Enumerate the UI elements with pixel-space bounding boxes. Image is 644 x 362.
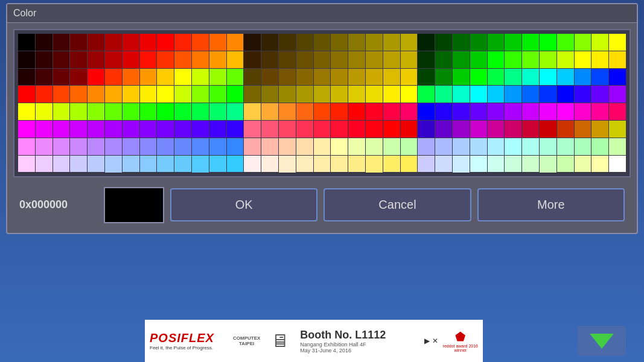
color-cell[interactable] <box>435 86 452 103</box>
color-cell[interactable] <box>505 34 521 51</box>
color-cell[interactable] <box>174 103 191 120</box>
color-cell[interactable] <box>209 138 226 155</box>
color-cell[interactable] <box>314 138 331 155</box>
color-cell[interactable] <box>296 103 313 120</box>
color-cell[interactable] <box>540 51 556 68</box>
color-cell[interactable] <box>123 86 139 103</box>
color-cell[interactable] <box>227 69 244 86</box>
color-cell[interactable] <box>261 69 278 86</box>
color-cell[interactable] <box>296 51 313 68</box>
color-cell[interactable] <box>540 86 556 103</box>
color-cell[interactable] <box>227 86 244 103</box>
color-cell[interactable] <box>157 156 174 173</box>
color-cell[interactable] <box>575 69 591 86</box>
color-cell[interactable] <box>401 34 418 51</box>
color-cell[interactable] <box>401 121 418 138</box>
color-cell[interactable] <box>314 103 331 120</box>
color-cell[interactable] <box>331 69 348 86</box>
color-cell[interactable] <box>18 34 35 51</box>
color-cell[interactable] <box>488 156 505 173</box>
color-cell[interactable] <box>227 138 244 155</box>
color-cell[interactable] <box>609 51 626 68</box>
color-cell[interactable] <box>453 103 470 120</box>
color-cell[interactable] <box>174 156 191 173</box>
color-cell[interactable] <box>453 69 470 86</box>
color-cell[interactable] <box>88 156 104 173</box>
color-cell[interactable] <box>105 86 122 103</box>
color-cell[interactable] <box>88 138 104 155</box>
color-cell[interactable] <box>192 51 209 68</box>
color-cell[interactable] <box>418 103 435 120</box>
color-cell[interactable] <box>418 86 435 103</box>
cancel-button[interactable]: Cancel <box>324 188 471 221</box>
color-cell[interactable] <box>123 103 139 120</box>
color-cell[interactable] <box>488 121 505 138</box>
color-cell[interactable] <box>157 69 174 86</box>
color-cell[interactable] <box>591 121 608 138</box>
color-cell[interactable] <box>591 69 608 86</box>
color-cell[interactable] <box>540 138 556 155</box>
color-cell[interactable] <box>18 69 35 86</box>
color-cell[interactable] <box>227 156 244 173</box>
color-cell[interactable] <box>401 86 418 103</box>
color-cell[interactable] <box>157 103 174 120</box>
color-cell[interactable] <box>157 51 174 68</box>
color-cell[interactable] <box>227 121 244 138</box>
color-cell[interactable] <box>192 103 209 120</box>
color-cell[interactable] <box>192 69 209 86</box>
color-cell[interactable] <box>174 51 191 68</box>
color-cell[interactable] <box>279 69 296 86</box>
color-cell[interactable] <box>296 69 313 86</box>
color-cell[interactable] <box>279 138 296 155</box>
color-cell[interactable] <box>401 103 418 120</box>
color-cell[interactable] <box>418 34 435 51</box>
color-cell[interactable] <box>522 34 539 51</box>
color-cell[interactable] <box>314 69 331 86</box>
color-cell[interactable] <box>209 34 226 51</box>
color-cell[interactable] <box>505 121 521 138</box>
color-cell[interactable] <box>209 103 226 120</box>
color-cell[interactable] <box>488 51 505 68</box>
color-cell[interactable] <box>227 51 244 68</box>
color-cell[interactable] <box>279 86 296 103</box>
color-cell[interactable] <box>557 69 574 86</box>
color-cell[interactable] <box>123 121 139 138</box>
color-cell[interactable] <box>209 51 226 68</box>
color-cell[interactable] <box>591 86 608 103</box>
color-cell[interactable] <box>453 51 470 68</box>
color-cell[interactable] <box>192 156 209 173</box>
scroll-down-button[interactable] <box>578 326 626 356</box>
color-cell[interactable] <box>279 121 296 138</box>
color-cell[interactable] <box>522 51 539 68</box>
color-cell[interactable] <box>453 138 470 155</box>
color-cell[interactable] <box>470 103 487 120</box>
color-cell[interactable] <box>348 138 365 155</box>
color-cell[interactable] <box>123 138 139 155</box>
color-cell[interactable] <box>36 86 53 103</box>
color-cell[interactable] <box>18 138 35 155</box>
color-cell[interactable] <box>314 156 331 173</box>
color-cell[interactable] <box>435 51 452 68</box>
color-cell[interactable] <box>383 86 400 103</box>
color-cell[interactable] <box>53 156 70 173</box>
color-cell[interactable] <box>140 103 157 120</box>
color-cell[interactable] <box>609 103 626 120</box>
color-cell[interactable] <box>261 138 278 155</box>
color-cell[interactable] <box>540 156 556 173</box>
color-cell[interactable] <box>522 121 539 138</box>
color-cell[interactable] <box>383 103 400 120</box>
color-cell[interactable] <box>70 121 87 138</box>
color-cell[interactable] <box>88 86 104 103</box>
color-cell[interactable] <box>435 34 452 51</box>
color-cell[interactable] <box>140 69 157 86</box>
color-cell[interactable] <box>557 121 574 138</box>
color-cell[interactable] <box>348 156 365 173</box>
color-cell[interactable] <box>591 103 608 120</box>
color-cell[interactable] <box>609 156 626 173</box>
color-cell[interactable] <box>505 138 521 155</box>
color-cell[interactable] <box>70 103 87 120</box>
color-cell[interactable] <box>591 34 608 51</box>
color-cell[interactable] <box>53 138 70 155</box>
color-cell[interactable] <box>609 138 626 155</box>
color-cell[interactable] <box>366 121 383 138</box>
